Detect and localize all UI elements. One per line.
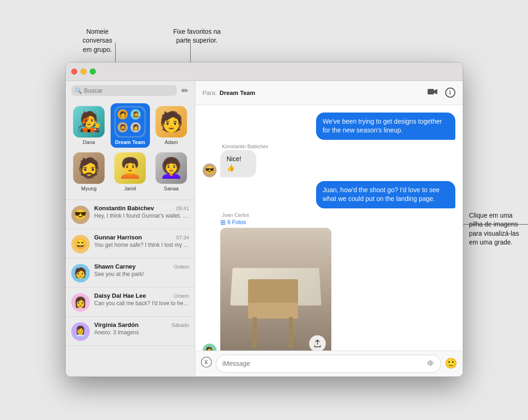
- pinned-avatar-sanaa: 👩‍🦱: [155, 152, 187, 184]
- appstore-icon: [201, 357, 212, 368]
- conv-top: Daisy Dal Hae Lee Ontem: [94, 292, 189, 299]
- sidebar: 🔍 ✏ 🧑‍🎤 Dana: [66, 81, 195, 376]
- photo-stack[interactable]: [220, 228, 331, 350]
- chat-area: Para: Dream Team i: [195, 81, 463, 376]
- conv-item-konstantin[interactable]: 😎 Konstantin Babichev 09:41 Hey, I think…: [66, 200, 195, 229]
- message-outgoing-2: Juan, how'd the shoot go? I'd love to se…: [316, 181, 455, 208]
- photos-row: 🧑‍🎨 ⊞ 6 Fotos: [203, 219, 331, 350]
- pinned-avatar-dreamteam: 🧑 🧑‍🎤 🧔 👩: [114, 106, 146, 138]
- chat-to-label: Para:: [203, 89, 217, 96]
- chair-leg-right: [289, 317, 293, 347]
- chat-recipient-name: Dream Team: [220, 89, 428, 96]
- conv-item-shawn[interactable]: 🧑 Shawn Carney Ontem See you at the park…: [66, 258, 195, 288]
- conv-name: Shawn Carney: [94, 263, 136, 270]
- annotation-group-name: Nomeieconversasem grupo.: [75, 27, 121, 55]
- conv-avatar-virginia: 👩‍💼: [71, 322, 90, 341]
- svg-rect-2: [427, 362, 428, 364]
- search-icon: 🔍: [75, 88, 82, 94]
- pinned-name-jamil: Jamil: [124, 186, 136, 191]
- maximize-button[interactable]: [90, 69, 96, 75]
- conv-preview: Can you call me back? I'd love to hear m…: [94, 300, 189, 307]
- svg-rect-3: [429, 361, 429, 365]
- conv-time: 07:34: [176, 235, 189, 240]
- share-icon: [313, 339, 322, 348]
- conv-name: Konstantin Babichev: [94, 205, 154, 212]
- photos-label: ⊞ 6 Fotos: [220, 219, 331, 226]
- conv-item-daisy[interactable]: 👩 Daisy Dal Hae Lee Ontem Can you call m…: [66, 288, 195, 317]
- pinned-avatar-jamil: 🧑‍🦱: [114, 152, 146, 184]
- compose-button[interactable]: ✏: [180, 85, 189, 97]
- video-icon: [428, 88, 438, 95]
- conv-avatar-konstantin: 😎: [71, 206, 90, 224]
- app-window: 🔍 ✏ 🧑‍🎤 Dana: [65, 62, 463, 377]
- conv-avatar-gunnar: 😄: [71, 235, 90, 253]
- svg-rect-5: [431, 361, 432, 365]
- pinned-item-dana[interactable]: 🧑‍🎤 Dana: [69, 103, 109, 148]
- conv-avatar-shawn: 🧑: [71, 264, 90, 282]
- message-input-wrapper[interactable]: [216, 355, 441, 373]
- conv-time: Ontem: [174, 293, 189, 299]
- conv-item-virginia[interactable]: 👩‍💼 Virginia Sardón Sábado Anexo: 3 Imag…: [66, 317, 195, 346]
- conv-body-konstantin: Konstantin Babichev 09:41 Hey, I think I…: [94, 205, 189, 219]
- conv-preview: See you at the park!: [94, 271, 189, 277]
- pinned-item-adam[interactable]: 🧑 Adam: [152, 103, 191, 148]
- search-bar[interactable]: 🔍: [71, 85, 177, 96]
- sidebar-header: 🔍 ✏: [66, 81, 195, 100]
- search-input[interactable]: [84, 87, 173, 94]
- pinned-item-sanaa[interactable]: 👩‍🦱 Sanaa: [152, 150, 191, 194]
- appstore-button[interactable]: [201, 357, 212, 370]
- chat-header: Para: Dream Team i: [195, 81, 463, 105]
- conv-item-gunnar[interactable]: 😄 Gunnar Harrison 07:34 You get home saf…: [66, 229, 195, 258]
- pinned-avatar-myung: 🧔: [73, 152, 105, 184]
- svg-rect-6: [433, 362, 434, 364]
- conv-time: Ontem: [174, 264, 189, 270]
- video-call-button[interactable]: [428, 88, 438, 98]
- photos-content: ⊞ 6 Fotos: [220, 219, 331, 350]
- chair-leg-left: [253, 317, 257, 347]
- info-button[interactable]: i: [445, 88, 455, 98]
- conv-preview: You get home safe? I think I lost my wal…: [94, 242, 189, 248]
- message-incoming-konstantin: Konstantin Babichev 😎 Nice! 👍: [203, 144, 268, 177]
- conv-name: Daisy Dal Hae Lee: [94, 292, 146, 299]
- msg-avatar-konstantin: 😎: [203, 163, 217, 177]
- conv-top: Virginia Sardón Sábado: [94, 321, 189, 328]
- conv-preview: Anexo: 3 Imagens: [94, 329, 189, 336]
- photo-mockup: [220, 228, 331, 350]
- group-avatar: 🧑 🧑‍🎤 🧔 👩: [116, 107, 144, 136]
- pinned-item-dreamteam[interactable]: 🧑 🧑‍🎤 🧔 👩 Dream Team: [111, 103, 150, 148]
- annotation-pin-favorites: Fixe favoritos naparte superior.: [162, 27, 232, 45]
- messages-area: We've been trying to get designs togethe…: [195, 105, 463, 351]
- svg-rect-0: [428, 89, 434, 94]
- pinned-name-adam: Adam: [165, 139, 178, 145]
- annotation-line-1: [115, 43, 116, 62]
- voice-button[interactable]: [427, 358, 434, 369]
- chat-input-area: 🙂: [195, 351, 463, 376]
- pinned-item-jamil[interactable]: 🧑‍🦱 Jamil: [111, 150, 150, 194]
- conv-name: Virginia Sardón: [94, 321, 139, 328]
- chair-seat: [248, 303, 298, 319]
- conv-top: Shawn Carney Ontem: [94, 263, 189, 270]
- message-input[interactable]: [223, 360, 423, 367]
- main-content: 🔍 ✏ 🧑‍🎤 Dana: [66, 81, 463, 376]
- share-button[interactable]: [309, 335, 326, 350]
- conv-name: Gunnar Harrison: [94, 234, 142, 241]
- minimize-button[interactable]: [81, 69, 87, 75]
- msg-avatar-juancarlos: 🧑‍🎨: [203, 344, 217, 350]
- conv-time: 09:41: [176, 206, 189, 211]
- conv-body-gunnar: Gunnar Harrison 07:34 You get home safe?…: [94, 234, 189, 248]
- message-photos-juancarlos: Juan Carlos 🧑‍🎨 ⊞ 6 Fotos: [203, 212, 331, 350]
- pinned-avatar-dana: 🧑‍🎤: [73, 106, 105, 138]
- traffic-lights: [71, 69, 96, 75]
- conv-body-shawn: Shawn Carney Ontem See you at the park!: [94, 263, 189, 277]
- photos-sender: Juan Carlos: [203, 212, 331, 218]
- message-sender-konstantin: Konstantin Babichev: [203, 144, 268, 149]
- chair: [248, 276, 298, 347]
- conv-body-daisy: Daisy Dal Hae Lee Ontem Can you call me …: [94, 292, 189, 307]
- conv-time: Sábado: [172, 322, 189, 328]
- close-button[interactable]: [71, 69, 77, 75]
- pinned-name-sanaa: Sanaa: [164, 186, 179, 191]
- emoji-button[interactable]: 🙂: [445, 357, 457, 370]
- pinned-name-dreamteam: Dream Team: [115, 139, 145, 145]
- pinned-item-myung[interactable]: 🧔 Myung: [69, 150, 109, 194]
- conversation-list: 😎 Konstantin Babichev 09:41 Hey, I think…: [66, 200, 195, 376]
